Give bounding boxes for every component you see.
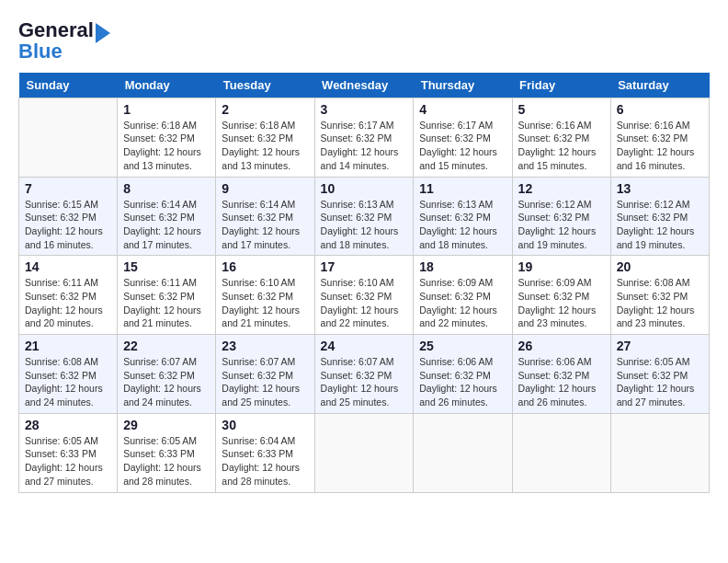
calendar-cell <box>19 98 118 177</box>
day-info: Sunrise: 6:06 AM Sunset: 6:32 PM Dayligh… <box>518 355 605 409</box>
calendar-cell: 26Sunrise: 6:06 AM Sunset: 6:32 PM Dayli… <box>512 335 610 414</box>
day-number: 15 <box>123 259 210 274</box>
calendar-cell: 27Sunrise: 6:05 AM Sunset: 6:32 PM Dayli… <box>610 335 709 414</box>
day-info: Sunrise: 6:18 AM Sunset: 6:32 PM Dayligh… <box>222 119 308 173</box>
calendar-cell: 13Sunrise: 6:12 AM Sunset: 6:32 PM Dayli… <box>610 177 709 256</box>
day-number: 19 <box>518 259 605 274</box>
day-number: 5 <box>518 102 605 117</box>
calendar-cell: 29Sunrise: 6:05 AM Sunset: 6:33 PM Dayli… <box>118 413 216 492</box>
calendar-cell: 15Sunrise: 6:11 AM Sunset: 6:32 PM Dayli… <box>118 256 216 335</box>
calendar-cell: 17Sunrise: 6:10 AM Sunset: 6:32 PM Dayli… <box>314 256 414 335</box>
calendar-cell: 23Sunrise: 6:07 AM Sunset: 6:32 PM Dayli… <box>216 335 314 414</box>
calendar-cell: 24Sunrise: 6:07 AM Sunset: 6:32 PM Dayli… <box>314 335 414 414</box>
day-number: 7 <box>25 181 111 196</box>
calendar-cell: 1Sunrise: 6:18 AM Sunset: 6:32 PM Daylig… <box>118 98 216 177</box>
col-header-saturday: Saturday <box>610 73 709 98</box>
day-number: 12 <box>518 181 605 196</box>
day-number: 13 <box>617 181 703 196</box>
day-number: 28 <box>25 418 111 432</box>
day-info: Sunrise: 6:16 AM Sunset: 6:32 PM Dayligh… <box>617 119 703 173</box>
day-number: 21 <box>25 339 111 353</box>
day-info: Sunrise: 6:12 AM Sunset: 6:32 PM Dayligh… <box>617 198 703 252</box>
calendar-cell <box>610 413 709 492</box>
calendar-cell: 11Sunrise: 6:13 AM Sunset: 6:32 PM Dayli… <box>414 177 512 256</box>
day-info: Sunrise: 6:05 AM Sunset: 6:32 PM Dayligh… <box>617 355 703 409</box>
col-header-monday: Monday <box>118 73 216 98</box>
calendar-week-row: 1Sunrise: 6:18 AM Sunset: 6:32 PM Daylig… <box>19 98 710 177</box>
day-info: Sunrise: 6:12 AM Sunset: 6:32 PM Dayligh… <box>518 198 605 252</box>
calendar-cell: 18Sunrise: 6:09 AM Sunset: 6:32 PM Dayli… <box>414 256 512 335</box>
day-number: 4 <box>419 102 506 117</box>
calendar-cell <box>512 413 610 492</box>
calendar-cell: 3Sunrise: 6:17 AM Sunset: 6:32 PM Daylig… <box>314 98 414 177</box>
day-number: 27 <box>617 339 703 353</box>
day-info: Sunrise: 6:05 AM Sunset: 6:33 PM Dayligh… <box>123 434 210 488</box>
calendar-cell: 9Sunrise: 6:14 AM Sunset: 6:32 PM Daylig… <box>216 177 314 256</box>
day-number: 6 <box>617 102 703 117</box>
calendar-cell <box>414 413 512 492</box>
day-info: Sunrise: 6:08 AM Sunset: 6:32 PM Dayligh… <box>617 276 703 330</box>
calendar-cell: 4Sunrise: 6:17 AM Sunset: 6:32 PM Daylig… <box>414 98 512 177</box>
day-info: Sunrise: 6:13 AM Sunset: 6:32 PM Dayligh… <box>321 198 408 252</box>
logo-blue-text: Blue <box>18 40 63 63</box>
day-number: 25 <box>419 339 506 353</box>
day-info: Sunrise: 6:07 AM Sunset: 6:32 PM Dayligh… <box>123 355 210 409</box>
calendar-cell: 7Sunrise: 6:15 AM Sunset: 6:32 PM Daylig… <box>19 177 118 256</box>
col-header-tuesday: Tuesday <box>216 73 314 98</box>
day-number: 9 <box>222 181 308 196</box>
day-info: Sunrise: 6:10 AM Sunset: 6:32 PM Dayligh… <box>321 276 408 330</box>
calendar-cell: 2Sunrise: 6:18 AM Sunset: 6:32 PM Daylig… <box>216 98 314 177</box>
day-number: 26 <box>518 339 605 353</box>
page-header: General Blue <box>18 18 710 63</box>
calendar-cell: 12Sunrise: 6:12 AM Sunset: 6:32 PM Dayli… <box>512 177 610 256</box>
day-info: Sunrise: 6:17 AM Sunset: 6:32 PM Dayligh… <box>321 119 408 173</box>
calendar-cell: 10Sunrise: 6:13 AM Sunset: 6:32 PM Dayli… <box>314 177 414 256</box>
day-number: 18 <box>419 259 506 274</box>
calendar-cell: 14Sunrise: 6:11 AM Sunset: 6:32 PM Dayli… <box>19 256 118 335</box>
calendar-cell: 25Sunrise: 6:06 AM Sunset: 6:32 PM Dayli… <box>414 335 512 414</box>
calendar-cell <box>314 413 414 492</box>
day-number: 24 <box>321 339 408 353</box>
logo: General Blue <box>18 18 110 63</box>
day-number: 30 <box>222 418 308 432</box>
calendar-cell: 30Sunrise: 6:04 AM Sunset: 6:33 PM Dayli… <box>216 413 314 492</box>
day-number: 10 <box>321 181 408 196</box>
calendar-week-row: 28Sunrise: 6:05 AM Sunset: 6:33 PM Dayli… <box>19 413 710 492</box>
day-number: 1 <box>123 102 210 117</box>
calendar-header-row: SundayMondayTuesdayWednesdayThursdayFrid… <box>19 73 710 98</box>
day-number: 20 <box>617 259 703 274</box>
day-number: 11 <box>419 181 506 196</box>
calendar-cell: 19Sunrise: 6:09 AM Sunset: 6:32 PM Dayli… <box>512 256 610 335</box>
day-info: Sunrise: 6:05 AM Sunset: 6:33 PM Dayligh… <box>25 434 111 488</box>
day-info: Sunrise: 6:07 AM Sunset: 6:32 PM Dayligh… <box>321 355 408 409</box>
day-number: 8 <box>123 181 210 196</box>
day-info: Sunrise: 6:09 AM Sunset: 6:32 PM Dayligh… <box>518 276 605 330</box>
logo-general-text: General <box>18 18 94 41</box>
day-info: Sunrise: 6:08 AM Sunset: 6:32 PM Dayligh… <box>25 355 111 409</box>
day-info: Sunrise: 6:13 AM Sunset: 6:32 PM Dayligh… <box>419 198 506 252</box>
col-header-thursday: Thursday <box>414 73 512 98</box>
day-info: Sunrise: 6:04 AM Sunset: 6:33 PM Dayligh… <box>222 434 308 488</box>
day-info: Sunrise: 6:17 AM Sunset: 6:32 PM Dayligh… <box>419 119 506 173</box>
col-header-wednesday: Wednesday <box>314 73 414 98</box>
day-info: Sunrise: 6:10 AM Sunset: 6:32 PM Dayligh… <box>222 276 308 330</box>
day-info: Sunrise: 6:11 AM Sunset: 6:32 PM Dayligh… <box>123 276 210 330</box>
day-number: 2 <box>222 102 308 117</box>
calendar-week-row: 14Sunrise: 6:11 AM Sunset: 6:32 PM Dayli… <box>19 256 710 335</box>
day-number: 16 <box>222 259 308 274</box>
calendar-table: SundayMondayTuesdayWednesdayThursdayFrid… <box>18 73 710 493</box>
day-info: Sunrise: 6:11 AM Sunset: 6:32 PM Dayligh… <box>25 276 111 330</box>
day-info: Sunrise: 6:18 AM Sunset: 6:32 PM Dayligh… <box>123 119 210 173</box>
day-number: 23 <box>222 339 308 353</box>
calendar-cell: 21Sunrise: 6:08 AM Sunset: 6:32 PM Dayli… <box>19 335 118 414</box>
col-header-friday: Friday <box>512 73 610 98</box>
day-info: Sunrise: 6:16 AM Sunset: 6:32 PM Dayligh… <box>518 119 605 173</box>
day-info: Sunrise: 6:14 AM Sunset: 6:32 PM Dayligh… <box>222 198 308 252</box>
day-number: 29 <box>123 418 210 432</box>
logo-arrow-icon <box>96 23 110 43</box>
calendar-cell: 16Sunrise: 6:10 AM Sunset: 6:32 PM Dayli… <box>216 256 314 335</box>
day-number: 22 <box>123 339 210 353</box>
day-info: Sunrise: 6:15 AM Sunset: 6:32 PM Dayligh… <box>25 198 111 252</box>
calendar-cell: 28Sunrise: 6:05 AM Sunset: 6:33 PM Dayli… <box>19 413 118 492</box>
day-info: Sunrise: 6:06 AM Sunset: 6:32 PM Dayligh… <box>419 355 506 409</box>
